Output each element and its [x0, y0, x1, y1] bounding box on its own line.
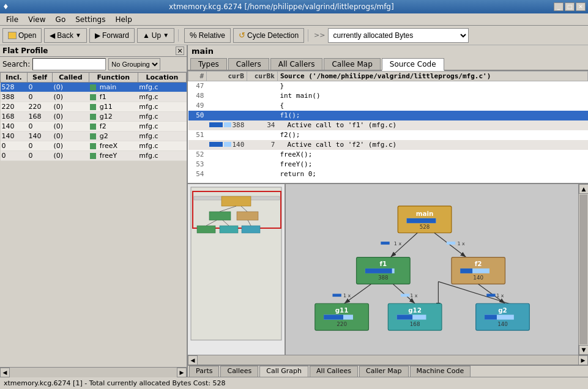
table-row[interactable]: 0 0 (0) freeX mfg.c	[1, 141, 187, 151]
tab-machine-code[interactable]: Machine Code	[410, 366, 471, 377]
src-text: return 0;	[277, 169, 587, 179]
tab-types[interactable]: Types	[190, 58, 227, 70]
maximize-button[interactable]: □	[565, 2, 575, 11]
tab-caller-map[interactable]: Caller Map	[359, 366, 409, 377]
menu-file[interactable]: File	[1, 14, 23, 25]
fn-color-bar	[90, 133, 96, 139]
source-row: 48 int main()	[188, 91, 588, 101]
node-g2-bar-fg	[485, 315, 497, 320]
menu-settings[interactable]: Settings	[70, 14, 110, 25]
menu-view[interactable]: View	[23, 14, 50, 25]
table-row[interactable]: 140 0 (0) f2 mfg.c	[1, 122, 187, 132]
cell-fn: main	[89, 83, 138, 92]
arrow-label-main-f1: 1 x	[394, 241, 402, 246]
source-row: 49 {	[188, 101, 588, 111]
table-row[interactable]: 528 0 (0) main mfg.c	[1, 83, 187, 92]
tab-call-graph[interactable]: Call Graph	[259, 366, 308, 377]
search-input[interactable]	[32, 58, 106, 70]
col-location[interactable]: Location	[138, 73, 186, 83]
table-row[interactable]: 168 168 (0) g12 mfg.c	[1, 112, 187, 122]
cg-hscroll-left[interactable]: ◀	[188, 355, 198, 365]
callgraph-main[interactable]: main 528 1 x 1 x f1	[286, 184, 578, 355]
tab-parts[interactable]: Parts	[189, 366, 219, 377]
up-button[interactable]: ▲ Up ▼	[137, 28, 174, 43]
up-arrow: ▼	[163, 32, 169, 39]
minimap-svg	[188, 184, 285, 343]
cell-loc: mfg.c	[138, 102, 186, 112]
src-linenum: 49	[188, 101, 207, 111]
open-button[interactable]: Open	[2, 28, 42, 43]
cell-loc: mfg.c	[138, 92, 186, 102]
src-curb	[207, 111, 247, 120]
arrow-bar-g12	[401, 294, 409, 297]
titlebar: ♦ xtmemory.kcg.6274 [/home/philippe/valg…	[0, 0, 588, 13]
forward-button[interactable]: ▶ Forward	[89, 28, 135, 43]
tab-callees[interactable]: Callees	[220, 366, 258, 377]
table-row[interactable]: 388 0 (0) f1 mfg.c	[1, 92, 187, 102]
flat-profile-close[interactable]: ✕	[176, 46, 184, 55]
src-curbk: 7	[247, 140, 277, 150]
minimize-button[interactable]: _	[554, 2, 564, 11]
table-row[interactable]: 220 220 (0) g11 mfg.c	[1, 102, 187, 112]
back-arrow: ▼	[75, 32, 81, 39]
toolbar-separator-2	[308, 29, 310, 42]
hscroll-track[interactable]	[10, 368, 177, 377]
percent-icon: %	[190, 31, 197, 40]
source-area[interactable]: # curB curBk Source ('/home/philippe/val…	[188, 71, 588, 183]
back-button[interactable]: ◀ Back ▼	[44, 28, 87, 43]
col-called[interactable]: Called	[52, 73, 89, 83]
profile-table: Incl. Self Called Function Location 528 …	[0, 72, 187, 367]
close-button[interactable]: ✕	[576, 2, 586, 11]
cell-self: 0	[28, 92, 53, 102]
vscroll-down[interactable]: ▼	[579, 345, 588, 355]
up-label: Up	[152, 31, 161, 40]
node-f1-bar-fg	[365, 269, 392, 273]
cell-called: (0)	[52, 132, 89, 141]
src-text: {	[277, 101, 587, 111]
vscroll-thumb[interactable]	[579, 194, 587, 344]
menu-help[interactable]: Help	[110, 14, 136, 25]
node-g12-label: g12	[408, 306, 422, 314]
src-curb: 388	[207, 120, 247, 130]
tab-all-callees[interactable]: All Callees	[310, 366, 358, 377]
src-linenum	[188, 140, 207, 150]
cg-hscroll-track[interactable]	[198, 355, 578, 365]
src-linenum: 47	[188, 81, 207, 91]
menu-go[interactable]: Go	[51, 14, 71, 25]
col-function[interactable]: Function	[89, 73, 138, 83]
alloc-metric-select[interactable]: currently allocated Bytes	[328, 28, 469, 43]
source-row: 52 freeX();	[188, 150, 588, 160]
src-text: f2();	[277, 130, 587, 140]
source-row: 53 freeY();	[188, 160, 588, 169]
col-self[interactable]: Self	[28, 73, 53, 83]
grouping-select[interactable]: No Grouping	[108, 58, 160, 70]
flat-profile-panel: Flat Profile ✕ Search: No Grouping Incl.…	[0, 45, 188, 377]
tab-callee-map[interactable]: Callee Map	[324, 58, 380, 70]
src-curb	[207, 81, 247, 91]
col-source: Source ('/home/philippe/valgrind/littlep…	[277, 72, 587, 81]
table-row[interactable]: 0 0 (0) freeY mfg.c	[1, 151, 187, 161]
src-text: Active call to 'f1' (mfg.c)	[277, 120, 587, 130]
statusbar: xtmemory.kcg.6274 [1] - Total currently …	[0, 377, 588, 389]
arrow-label-f1-g11: 1 x	[343, 293, 351, 298]
table-row[interactable]: 140 140 (0) g2 mfg.c	[1, 132, 187, 141]
tab-callers[interactable]: Callers	[228, 58, 269, 70]
src-text: }	[277, 81, 587, 91]
cg-hscroll-right[interactable]: ▶	[578, 355, 588, 365]
cell-incl: 168	[1, 112, 28, 122]
tab-all-callers[interactable]: All Callers	[270, 58, 323, 70]
hscroll-left[interactable]: ◀	[0, 368, 10, 377]
col-incl[interactable]: Incl.	[1, 73, 28, 83]
tab-source-code[interactable]: Source Code	[382, 58, 444, 71]
cell-fn: freeX	[89, 141, 138, 151]
col-linenum: #	[188, 72, 207, 81]
callgraph-minimap	[188, 184, 286, 355]
src-linenum: 48	[188, 91, 207, 101]
cell-called: (0)	[52, 83, 89, 92]
vscroll-up[interactable]: ▲	[579, 184, 588, 194]
cycle-detection-button[interactable]: ↺ Cycle Detection	[233, 28, 304, 43]
relative-button[interactable]: % Relative	[184, 28, 231, 43]
forward-icon: ▶	[95, 31, 100, 40]
hscroll-right[interactable]: ▶	[177, 368, 187, 377]
src-text: f1();	[277, 111, 587, 120]
